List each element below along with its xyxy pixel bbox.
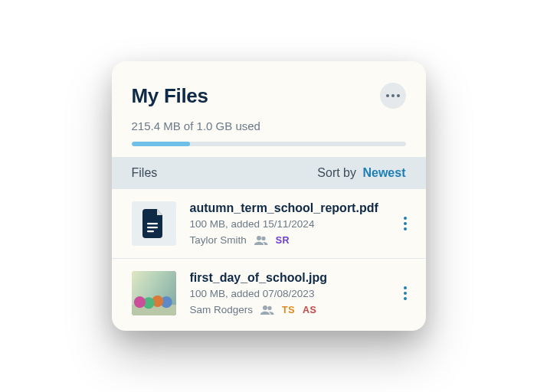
shared-icon: [260, 305, 274, 315]
kebab-icon: [403, 216, 408, 231]
title-row: My Files: [132, 83, 406, 109]
shared-initials: TS: [282, 305, 295, 315]
storage-progress-fill: [132, 142, 191, 146]
svg-point-0: [386, 94, 389, 97]
shared-initials: AS: [303, 305, 316, 315]
ellipsis-icon: [386, 94, 400, 97]
svg-point-10: [404, 292, 407, 295]
svg-point-1: [391, 94, 395, 97]
files-label: Files: [132, 166, 158, 180]
file-info: first_day_of_school.jpg 100 MB, added 07…: [190, 271, 386, 315]
file-info: autumn_term_school_report.pdf 100 MB, ad…: [190, 201, 386, 246]
kebab-icon: [403, 286, 408, 301]
file-people: Sam Rodgers TS AS: [190, 304, 386, 315]
files-card: My Files 215.4 MB of 1.0 GB used Files S…: [112, 61, 426, 331]
file-owner: Sam Rodgers: [190, 304, 254, 315]
svg-point-7: [404, 222, 407, 225]
document-icon: [142, 209, 165, 238]
svg-point-9: [404, 286, 407, 289]
sort-label: Sort by: [317, 166, 356, 179]
shared-initials: SR: [276, 235, 290, 246]
svg-rect-3: [147, 223, 158, 224]
svg-point-11: [404, 297, 407, 300]
list-subheader: Files Sort by Newest: [112, 157, 426, 189]
file-name: first_day_of_school.jpg: [190, 271, 386, 285]
file-row[interactable]: autumn_term_school_report.pdf 100 MB, ad…: [112, 189, 426, 259]
more-options-button[interactable]: [380, 83, 406, 109]
svg-point-2: [397, 94, 400, 97]
svg-rect-4: [147, 227, 158, 228]
sort-value[interactable]: Newest: [362, 166, 405, 179]
svg-point-8: [404, 227, 407, 230]
file-people: Taylor Smith SR: [190, 234, 386, 246]
storage-progress-bar: [132, 142, 406, 146]
svg-rect-5: [147, 230, 154, 232]
file-thumbnail-doc: [132, 201, 176, 246]
file-meta: 100 MB, added 07/08/2023: [190, 288, 386, 299]
shared-icon: [254, 236, 268, 245]
file-name: autumn_term_school_report.pdf: [190, 201, 386, 215]
file-meta: 100 MB, added 15/11/2024: [190, 218, 386, 230]
card-header: My Files 215.4 MB of 1.0 GB used: [112, 61, 426, 157]
file-thumbnail-photo: [132, 271, 176, 315]
svg-point-6: [404, 217, 407, 220]
file-actions-button[interactable]: [400, 211, 411, 236]
file-owner: Taylor Smith: [190, 234, 247, 246]
storage-usage-text: 215.4 MB of 1.0 GB used: [132, 119, 406, 132]
file-row[interactable]: first_day_of_school.jpg 100 MB, added 07…: [112, 259, 426, 328]
file-actions-button[interactable]: [400, 281, 411, 305]
sort-group: Sort by Newest: [317, 166, 405, 180]
page-title: My Files: [132, 84, 208, 108]
